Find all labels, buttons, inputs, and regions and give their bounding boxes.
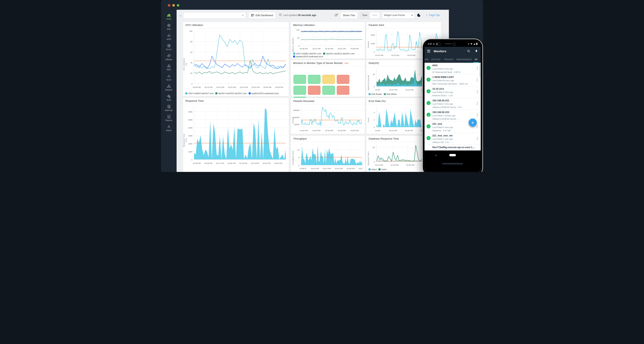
share-screen-icon[interactable] bbox=[334, 14, 338, 17]
sidebar-item-vmware[interactable]: VMware bbox=[162, 53, 176, 62]
sidebar-item-home[interactable]: Home bbox=[162, 12, 176, 21]
front-camera-icon bbox=[452, 42, 456, 46]
window-maximize-button[interactable] bbox=[177, 4, 179, 7]
bell-icon[interactable] bbox=[475, 50, 478, 52]
monitor-name: 1 NEW-RBM-CART bbox=[432, 76, 454, 78]
android-back-button[interactable]: ‹ bbox=[436, 154, 436, 157]
phone-app-bar: Monitors bbox=[424, 47, 481, 55]
x-axis-labels: 02:06 PM02:15 PM02:24 PM02:33 PM02:42 PM… bbox=[193, 86, 287, 88]
refresh-icon[interactable] bbox=[279, 14, 282, 17]
x-axis-labels: 02:06 PM02:21 PM02:36 PM02:51 PM03:06 PM bbox=[300, 48, 363, 50]
status-up-icon: ↑ bbox=[426, 136, 430, 140]
kebab-menu-icon[interactable] bbox=[477, 67, 478, 70]
page-tips-button[interactable]: Page Tips bbox=[425, 14, 440, 16]
card-title: Monitors in Monitor Type of Server Monit… bbox=[291, 60, 365, 66]
applogs-icon bbox=[167, 104, 171, 108]
earpiece-speaker bbox=[445, 43, 452, 44]
monitor-status-box-up[interactable] bbox=[294, 86, 306, 95]
sidebar-item-server[interactable]: Server bbox=[162, 43, 176, 51]
monitor-list-item[interactable]: ↑221_test_one_vmLast Polled 1 year agoVM… bbox=[424, 133, 481, 145]
globe-icon bbox=[167, 24, 171, 28]
tab-critical[interactable]: CRITICAL bbox=[431, 58, 442, 63]
legend-item: spadmin2010.mydomain.local bbox=[249, 92, 278, 94]
x-tick: 02:06 PM bbox=[300, 48, 308, 50]
sidebar-item-label: Server bbox=[166, 48, 172, 50]
monitor-status-box-critical[interactable] bbox=[308, 86, 320, 95]
card-monitor-status-grid: Monitors in Monitor Type of Server Monit… bbox=[290, 60, 365, 97]
sidebar-item-network[interactable]: Network bbox=[162, 84, 176, 92]
y-tick: 0 bbox=[192, 83, 192, 85]
add-monitor-fab[interactable]: + bbox=[468, 118, 477, 127]
toolbar-divider bbox=[423, 13, 423, 18]
chart-plot bbox=[301, 30, 362, 46]
sidebar-item-applogs[interactable]: AppLogs bbox=[162, 104, 176, 112]
sidebar-item-web[interactable]: Web bbox=[162, 22, 176, 31]
monitor-list-item[interactable]: ↑192.168.50.221Last Polled 3 mins agoVMw… bbox=[424, 98, 481, 110]
back-arrow-button[interactable]: ← bbox=[178, 13, 183, 18]
dashboard-select[interactable]: ▼ bbox=[183, 12, 246, 18]
search-icon[interactable] bbox=[467, 50, 470, 52]
legend-swatch bbox=[378, 168, 380, 170]
bulb-icon bbox=[425, 14, 428, 16]
status-up-icon: ↑ bbox=[426, 101, 430, 105]
share-this-label: Share This bbox=[343, 14, 355, 17]
raw-toggle-option[interactable]: Raw bbox=[360, 12, 370, 18]
kebab-menu-icon[interactable] bbox=[477, 125, 478, 128]
kebab-menu-icon[interactable] bbox=[477, 137, 478, 140]
tab-maintenance[interactable]: MAINTENANCE bbox=[456, 58, 472, 63]
x-tick: 02:21 PM bbox=[312, 48, 320, 50]
x-tick: 02:35 PM bbox=[406, 164, 414, 166]
legend-swatch bbox=[293, 52, 295, 54]
edit-dashboard-button[interactable]: Edit Dashboard bbox=[248, 12, 276, 19]
memory-chart-svg bbox=[301, 30, 362, 46]
tab-trouble[interactable]: TROUBLE bbox=[444, 58, 454, 63]
sidebar-item-azure[interactable]: Azure bbox=[162, 73, 176, 82]
hour-toggle-option[interactable]: Hour bbox=[370, 12, 380, 18]
card-title: Packets Sent bbox=[366, 22, 441, 28]
legend-item: site24x7-win2012.site24x7.com bbox=[323, 52, 354, 55]
monitor-status-box-critical[interactable] bbox=[337, 75, 349, 84]
monitor-status-box-up[interactable] bbox=[322, 86, 335, 95]
monitor-status-box-critical[interactable] bbox=[337, 86, 349, 95]
sidebar-item-admin[interactable]: Admin bbox=[162, 124, 176, 132]
monitor-name: 221_test_one_vm bbox=[432, 134, 452, 137]
dark-mode-moon-icon[interactable] bbox=[417, 13, 421, 17]
kebab-menu-icon[interactable] bbox=[477, 102, 478, 105]
front-camera-icon bbox=[438, 42, 441, 46]
monitor-status-box-trouble[interactable] bbox=[322, 75, 335, 84]
tab-up[interactable]: UP bbox=[474, 58, 478, 63]
y-tick: 80 bbox=[190, 40, 192, 43]
sidebar-item-aws[interactable]: AWS bbox=[162, 63, 176, 72]
widget-level-period-select[interactable]: Widget Level Period ▼ bbox=[382, 12, 415, 18]
kebab-menu-icon[interactable] bbox=[477, 78, 478, 82]
window-close-button[interactable] bbox=[168, 4, 170, 7]
series-s24x7-w2k8r2.site24x7.com bbox=[301, 32, 362, 32]
monitor-status-box-up[interactable] bbox=[308, 75, 320, 84]
kebab-menu-icon[interactable] bbox=[477, 114, 478, 116]
kebab-menu-icon[interactable] bbox=[477, 90, 478, 93]
monitor-list-item[interactable]: ↑1 NEW-RBM-CARTLast Polled 59 secs agoWe… bbox=[424, 74, 481, 86]
monitor-list-item[interactable]: ↑10.10.10.6Last Polled 2 mins agoNetwork… bbox=[424, 86, 481, 98]
monitor-list-item[interactable]: ↑0001Last Polled 4 mins agoEC Memcached … bbox=[424, 63, 481, 75]
tab-own[interactable]: OWN bbox=[424, 58, 429, 63]
x-tick: 02:28 PM bbox=[407, 54, 415, 56]
last-updated-text: Last updated 45 seconds ago bbox=[283, 14, 316, 16]
vmware-icon bbox=[167, 54, 171, 58]
sidebar-item-label: Azure bbox=[166, 79, 171, 81]
sidebar-item-apm[interactable]: APM bbox=[162, 33, 176, 41]
share-this-button[interactable]: Share This bbox=[340, 12, 358, 19]
phone-mockup: 4:18 Q • Monitors bbox=[422, 38, 483, 172]
x-tick: 02:10 PM bbox=[312, 130, 320, 132]
hamburger-menu-icon[interactable] bbox=[427, 50, 430, 52]
window-minimize-button[interactable] bbox=[172, 4, 175, 7]
page-tips-label: Page Tips bbox=[429, 14, 440, 16]
y-axis-ticks: 050100 bbox=[294, 30, 300, 46]
legend-swatch bbox=[185, 92, 187, 94]
android-home-button[interactable] bbox=[449, 154, 456, 156]
sidebar-item-reports[interactable]: Reports bbox=[162, 114, 176, 122]
x-tick: 02:06 PM bbox=[193, 86, 201, 88]
azure-icon bbox=[167, 74, 171, 78]
legend-item: Disk Writes bbox=[384, 93, 397, 95]
sidebar-item-rum[interactable]: RUM bbox=[162, 94, 176, 102]
monitor-status-box-up[interactable] bbox=[294, 75, 306, 84]
